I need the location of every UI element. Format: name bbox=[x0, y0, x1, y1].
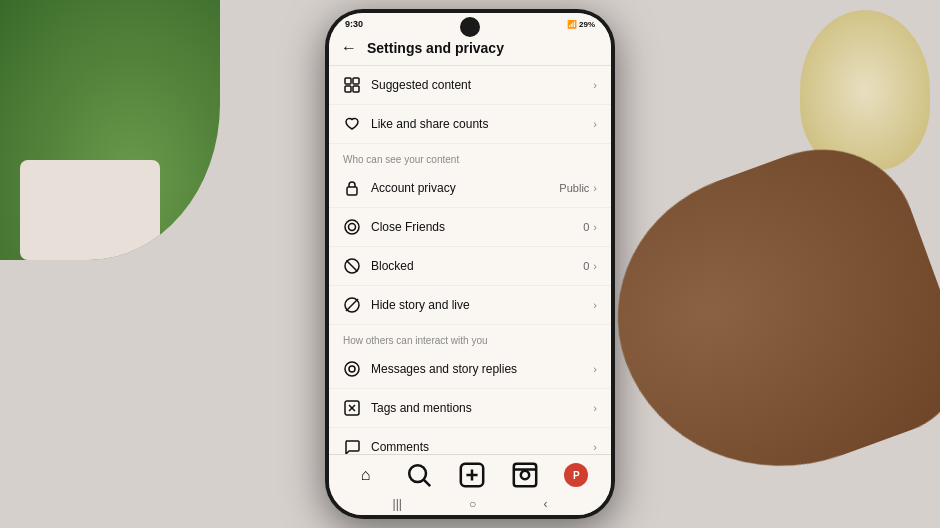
android-recents-button[interactable]: ‹ bbox=[543, 497, 547, 511]
profile-nav-button[interactable]: P bbox=[564, 463, 588, 487]
page-title: Settings and privacy bbox=[367, 40, 504, 56]
svg-rect-2 bbox=[345, 86, 351, 92]
menu-item-hide-story[interactable]: Hide story and live › bbox=[329, 286, 611, 325]
battery-icon: 📶 29% bbox=[567, 20, 595, 29]
blocked-value: 0 bbox=[583, 260, 589, 272]
svg-rect-0 bbox=[345, 78, 351, 84]
home-nav-button[interactable]: ⌂ bbox=[352, 461, 380, 489]
status-time: 9:30 bbox=[345, 19, 363, 29]
search-nav-button[interactable] bbox=[405, 461, 433, 489]
grid-icon bbox=[343, 76, 361, 94]
chevron-icon: › bbox=[593, 363, 597, 375]
svg-point-5 bbox=[345, 220, 359, 234]
android-home-button[interactable]: ○ bbox=[469, 497, 476, 511]
comments-label: Comments bbox=[371, 440, 593, 454]
hand-decoration bbox=[578, 122, 940, 513]
menu-item-comments[interactable]: Comments › bbox=[329, 428, 611, 454]
svg-line-18 bbox=[424, 480, 430, 486]
chevron-icon: › bbox=[593, 221, 597, 233]
chevron-icon: › bbox=[593, 182, 597, 194]
back-button[interactable]: ← bbox=[341, 39, 357, 57]
svg-line-10 bbox=[346, 299, 358, 311]
clock-decoration bbox=[800, 10, 930, 170]
chevron-icon: › bbox=[593, 79, 597, 91]
block-icon bbox=[343, 257, 361, 275]
status-icons: 📶 29% bbox=[567, 20, 595, 29]
menu-item-tags[interactable]: Tags and mentions › bbox=[329, 389, 611, 428]
like-share-label: Like and share counts bbox=[371, 117, 593, 131]
blocked-label: Blocked bbox=[371, 259, 583, 273]
svg-rect-22 bbox=[514, 464, 536, 486]
tags-label: Tags and mentions bbox=[371, 401, 593, 415]
chevron-icon: › bbox=[593, 441, 597, 453]
camera-notch bbox=[460, 17, 480, 37]
menu-item-blocked[interactable]: Blocked 0 › bbox=[329, 247, 611, 286]
message-icon bbox=[343, 360, 361, 378]
svg-line-8 bbox=[347, 261, 358, 272]
section-interact-label: How others can interact with you bbox=[329, 325, 611, 350]
plant-decoration bbox=[0, 0, 220, 260]
svg-point-23 bbox=[521, 471, 529, 479]
bottom-nav: ⌂ P bbox=[329, 454, 611, 493]
tag-icon bbox=[343, 399, 361, 417]
lock-icon bbox=[343, 179, 361, 197]
section-who-label: Who can see your content bbox=[329, 144, 611, 169]
hide-story-label: Hide story and live bbox=[371, 298, 593, 312]
svg-rect-4 bbox=[347, 187, 357, 195]
svg-point-11 bbox=[345, 362, 359, 376]
svg-point-6 bbox=[349, 224, 356, 231]
content-area: Suggested content › Like and share count… bbox=[329, 66, 611, 454]
menu-item-messages[interactable]: Messages and story replies › bbox=[329, 350, 611, 389]
star-icon bbox=[343, 218, 361, 236]
android-back-button[interactable]: ||| bbox=[393, 497, 402, 511]
chevron-icon: › bbox=[593, 299, 597, 311]
close-friends-value: 0 bbox=[583, 221, 589, 233]
svg-rect-3 bbox=[353, 86, 359, 92]
menu-item-like-share[interactable]: Like and share counts › bbox=[329, 105, 611, 144]
svg-rect-1 bbox=[353, 78, 359, 84]
chevron-icon: › bbox=[593, 402, 597, 414]
close-friends-label: Close Friends bbox=[371, 220, 583, 234]
hide-icon bbox=[343, 296, 361, 314]
suggested-content-label: Suggested content bbox=[371, 78, 593, 92]
account-privacy-value: Public bbox=[559, 182, 589, 194]
add-nav-button[interactable] bbox=[458, 461, 486, 489]
account-privacy-label: Account privacy bbox=[371, 181, 559, 195]
phone-screen: 9:30 📶 29% ← Settings and privacy bbox=[329, 13, 611, 515]
chevron-icon: › bbox=[593, 118, 597, 130]
comment-icon bbox=[343, 438, 361, 454]
chevron-icon: › bbox=[593, 260, 597, 272]
reels-nav-button[interactable] bbox=[511, 461, 539, 489]
svg-point-17 bbox=[409, 465, 426, 482]
menu-item-account-privacy[interactable]: Account privacy Public › bbox=[329, 169, 611, 208]
menu-item-close-friends[interactable]: Close Friends 0 › bbox=[329, 208, 611, 247]
android-nav: ||| ○ ‹ bbox=[329, 493, 611, 515]
menu-item-suggested-content[interactable]: Suggested content › bbox=[329, 66, 611, 105]
messages-label: Messages and story replies bbox=[371, 362, 593, 376]
heart-icon bbox=[343, 115, 361, 133]
phone-frame: 9:30 📶 29% ← Settings and privacy bbox=[325, 9, 615, 519]
